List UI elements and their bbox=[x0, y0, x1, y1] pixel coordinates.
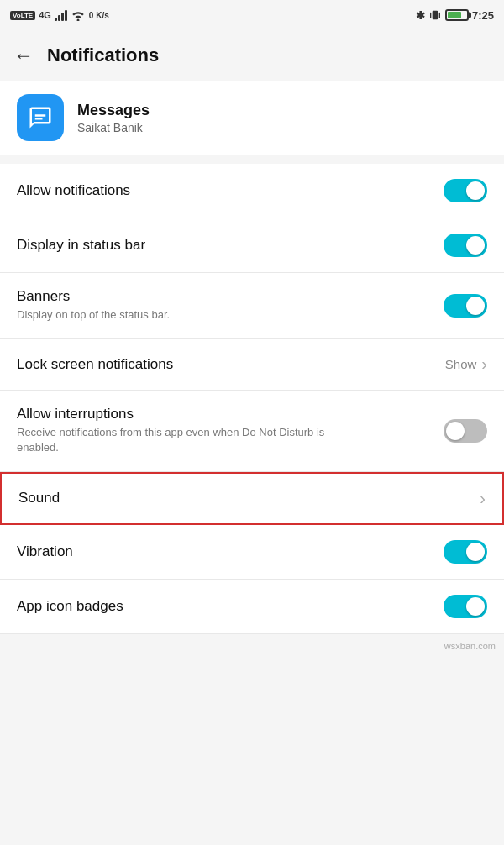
value-text-lock-screen-notifications: Show bbox=[445, 357, 477, 371]
toggle-knob-app-icon-badges bbox=[466, 597, 485, 616]
settings-item-banners[interactable]: BannersDisplay on top of the status bar. bbox=[0, 273, 504, 339]
settings-label-banners: Banners bbox=[17, 288, 170, 305]
settings-item-allow-notifications[interactable]: Allow notifications bbox=[0, 164, 504, 218]
back-button[interactable]: ← bbox=[13, 44, 34, 67]
settings-label-lock-screen-notifications: Lock screen notifications bbox=[17, 356, 173, 373]
settings-label-allow-notifications: Allow notifications bbox=[17, 182, 130, 199]
settings-item-sound[interactable]: Sound› bbox=[0, 472, 504, 525]
settings-control-banners[interactable] bbox=[444, 294, 487, 318]
toggle-knob-allow-interruptions bbox=[446, 422, 465, 440]
chevron-icon-sound: › bbox=[480, 489, 486, 508]
settings-item-allow-interruptions[interactable]: Allow interruptionsReceive notifications… bbox=[0, 391, 504, 471]
settings-control-lock-screen-notifications[interactable]: Show› bbox=[445, 354, 487, 374]
settings-item-left-sound: Sound bbox=[18, 490, 60, 506]
toggle-vibration[interactable] bbox=[444, 540, 487, 564]
app-icon bbox=[17, 94, 64, 141]
toggle-app-icon-badges[interactable] bbox=[444, 595, 487, 618]
settings-control-app-icon-badges[interactable] bbox=[444, 595, 487, 618]
toggle-display-status-bar[interactable] bbox=[444, 234, 487, 257]
settings-label-app-icon-badges: App icon badges bbox=[17, 598, 123, 615]
settings-item-left-vibration: Vibration bbox=[17, 543, 73, 560]
header: ← Notifications bbox=[0, 30, 504, 81]
settings-control-allow-notifications[interactable] bbox=[444, 179, 487, 202]
status-bar-right: ✱ 7:25 bbox=[416, 8, 494, 22]
svg-point-0 bbox=[76, 19, 79, 22]
toggle-knob-vibration bbox=[466, 543, 485, 561]
status-bar-left: VoLTE 4G 0 K/s bbox=[10, 9, 109, 21]
settings-sublabel-banners: Display on top of the status bar. bbox=[17, 307, 170, 323]
toggle-allow-notifications[interactable] bbox=[444, 179, 487, 202]
toggle-knob-allow-notifications bbox=[466, 181, 485, 200]
settings-label-display-status-bar: Display in status bar bbox=[17, 237, 145, 254]
vibrate-icon bbox=[428, 8, 442, 22]
messages-icon bbox=[28, 105, 53, 130]
settings-item-left-allow-interruptions: Allow interruptionsReceive notifications… bbox=[17, 406, 336, 455]
battery-icon bbox=[445, 9, 469, 21]
settings-item-left-lock-screen-notifications: Lock screen notifications bbox=[17, 356, 173, 373]
settings-item-left-display-status-bar: Display in status bar bbox=[17, 237, 145, 254]
settings-sublabel-allow-interruptions: Receive notifications from this app even… bbox=[17, 425, 336, 455]
bluetooth-icon: ✱ bbox=[416, 9, 425, 22]
settings-item-left-app-icon-badges: App icon badges bbox=[17, 598, 123, 615]
svg-rect-1 bbox=[433, 11, 438, 20]
settings-control-vibration[interactable] bbox=[444, 540, 487, 564]
app-account: Saikat Banik bbox=[77, 121, 150, 134]
watermark: wsxban.com bbox=[0, 634, 504, 658]
settings-item-lock-screen-notifications[interactable]: Lock screen notificationsShow› bbox=[0, 339, 504, 391]
4g-indicator: 4G bbox=[39, 10, 51, 20]
settings-item-display-status-bar[interactable]: Display in status bar bbox=[0, 218, 504, 273]
app-info-text: Messages Saikat Banik bbox=[77, 102, 150, 134]
settings-control-display-status-bar[interactable] bbox=[444, 234, 487, 257]
settings-item-vibration[interactable]: Vibration bbox=[0, 525, 504, 580]
speed-indicator: 0 K/s bbox=[89, 11, 109, 20]
app-info-row: Messages Saikat Banik bbox=[0, 81, 504, 155]
signal-bars bbox=[55, 9, 67, 21]
toggle-allow-interruptions[interactable] bbox=[444, 419, 487, 443]
chevron-icon-lock-screen-notifications: › bbox=[481, 354, 487, 374]
toggle-knob-banners bbox=[466, 297, 485, 315]
settings-item-left-allow-notifications: Allow notifications bbox=[17, 182, 130, 199]
settings-item-left-banners: BannersDisplay on top of the status bar. bbox=[17, 288, 170, 323]
toggle-banners[interactable] bbox=[444, 294, 487, 318]
settings-control-allow-interruptions[interactable] bbox=[444, 419, 487, 443]
settings-label-allow-interruptions: Allow interruptions bbox=[17, 406, 336, 422]
svg-rect-2 bbox=[430, 13, 431, 18]
page-title: Notifications bbox=[47, 45, 159, 66]
time-display: 7:25 bbox=[472, 9, 494, 22]
volte-badge: VoLTE bbox=[10, 11, 35, 20]
settings-list: Allow notificationsDisplay in status bar… bbox=[0, 164, 504, 634]
svg-rect-3 bbox=[439, 13, 440, 18]
settings-item-app-icon-badges[interactable]: App icon badges bbox=[0, 580, 504, 634]
settings-label-vibration: Vibration bbox=[17, 543, 73, 560]
toggle-knob-display-status-bar bbox=[466, 236, 485, 255]
status-bar: VoLTE 4G 0 K/s ✱ 7:25 bbox=[0, 0, 504, 30]
settings-control-sound[interactable]: › bbox=[480, 489, 486, 508]
app-name: Messages bbox=[77, 102, 150, 119]
wifi-icon bbox=[71, 9, 86, 21]
settings-label-sound: Sound bbox=[18, 490, 60, 506]
